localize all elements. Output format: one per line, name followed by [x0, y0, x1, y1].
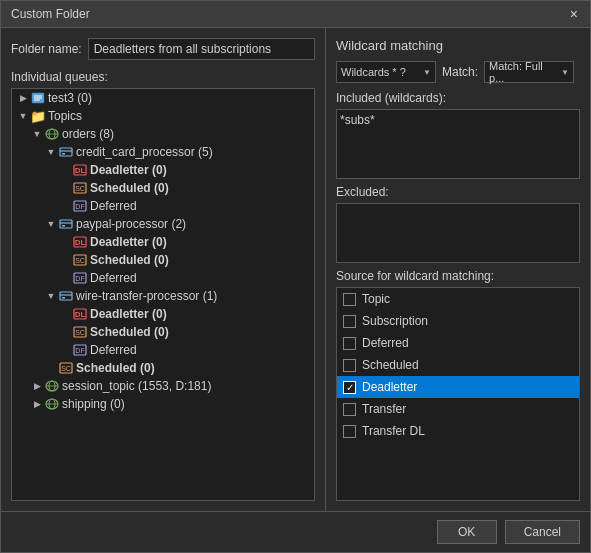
source-item-transfer[interactable]: Transfer	[337, 398, 579, 420]
tree-item-cc-deadletter[interactable]: ▶ DL Deadletter (0)	[12, 161, 314, 179]
expand-icon-orders[interactable]: ▼	[30, 127, 44, 141]
tree-label-pp-deferred: Deferred	[90, 271, 137, 285]
source-area: Source for wildcard matching: Topic Subs…	[336, 263, 580, 501]
individual-queues-label: Individual queues:	[11, 70, 315, 84]
checkbox-deadletter[interactable]: ✓	[343, 381, 356, 394]
tree-container[interactable]: ▶ test3 (0) ▼ 📁 Topics ▼	[11, 88, 315, 501]
topic-icon-session	[44, 378, 60, 394]
svg-text:SC: SC	[75, 329, 85, 336]
tree-label-wt-scheduled: Scheduled (0)	[90, 325, 169, 339]
expand-icon-session-topic[interactable]: ▶	[30, 379, 44, 393]
source-list-container: Topic Subscription Deferred	[336, 287, 580, 501]
checkbox-topic[interactable]	[343, 293, 356, 306]
expand-icon-topics[interactable]: ▼	[16, 109, 30, 123]
tree-item-topics[interactable]: ▼ 📁 Topics	[12, 107, 314, 125]
custom-folder-dialog: Custom Folder × Folder name: Individual …	[0, 0, 591, 553]
source-label-transfer: Transfer	[362, 402, 406, 416]
svg-rect-9	[62, 153, 65, 155]
checkbox-transfer-dl[interactable]	[343, 425, 356, 438]
folder-name-input[interactable]	[88, 38, 315, 60]
cancel-button[interactable]: Cancel	[505, 520, 580, 544]
source-label-subscription: Subscription	[362, 314, 428, 328]
checkbox-subscription[interactable]	[343, 315, 356, 328]
tree-item-pp-scheduled[interactable]: ▶ SC Scheduled (0)	[12, 251, 314, 269]
source-item-deadletter[interactable]: ✓ Deadletter	[337, 376, 579, 398]
tree-item-pp-deadletter[interactable]: ▶ DL Deadletter (0)	[12, 233, 314, 251]
tree-item-paypal[interactable]: ▼ paypal-processor (2)	[12, 215, 314, 233]
tree-item-orders-scheduled[interactable]: ▶ SC Scheduled (0)	[12, 359, 314, 377]
svg-text:DF: DF	[75, 347, 84, 354]
tree-item-shipping[interactable]: ▶ shipping (0)	[12, 395, 314, 413]
svg-rect-16	[60, 220, 72, 228]
expand-icon-wire-transfer[interactable]: ▼	[44, 289, 58, 303]
svg-text:DL: DL	[75, 310, 86, 319]
match-dropdown[interactable]: Match: Full p... ▼	[484, 61, 574, 83]
source-label-topic: Topic	[362, 292, 390, 306]
expand-icon-shipping[interactable]: ▶	[30, 397, 44, 411]
expand-icon-paypal[interactable]: ▼	[44, 217, 58, 231]
tree-item-cc-deferred[interactable]: ▶ DF Deferred	[12, 197, 314, 215]
sub-icon-credit-card	[58, 144, 74, 160]
close-button[interactable]: ×	[568, 7, 580, 21]
svg-rect-25	[60, 292, 72, 300]
tree-item-pp-deferred[interactable]: ▶ DF Deferred	[12, 269, 314, 287]
tree-item-credit-card[interactable]: ▼ credit_card_processor (5)	[12, 143, 314, 161]
tree-label-cc-scheduled: Scheduled (0)	[90, 181, 169, 195]
scheduled-icon-pp: SC	[72, 252, 88, 268]
tree-item-session-topic[interactable]: ▶ session_topic (1553, D:181)	[12, 377, 314, 395]
svg-text:DL: DL	[75, 166, 86, 175]
tree-item-wt-deferred[interactable]: ▶ DF Deferred	[12, 341, 314, 359]
dialog-body: Folder name: Individual queues: ▶ test3 …	[1, 28, 590, 511]
wildcard-row: Wildcards * ? ▼ Match: Match: Full p... …	[336, 61, 580, 83]
tree-label-cc-deadletter: Deadletter (0)	[90, 163, 167, 177]
source-item-topic[interactable]: Topic	[337, 288, 579, 310]
match-dropdown-arrow: ▼	[561, 68, 569, 77]
wildcards-dropdown[interactable]: Wildcards * ? ▼	[336, 61, 436, 83]
tree-label-wt-deferred: Deferred	[90, 343, 137, 357]
included-label: Included (wildcards):	[336, 91, 580, 105]
tree-label-orders: orders (8)	[62, 127, 114, 141]
wildcard-section-title: Wildcard matching	[336, 38, 580, 53]
excluded-label: Excluded:	[336, 185, 580, 199]
topic-icon-shipping	[44, 396, 60, 412]
svg-text:DF: DF	[75, 203, 84, 210]
source-item-subscription[interactable]: Subscription	[337, 310, 579, 332]
tree-item-test3[interactable]: ▶ test3 (0)	[12, 89, 314, 107]
excluded-textarea[interactable]	[336, 203, 580, 263]
right-panel: Wildcard matching Wildcards * ? ▼ Match:…	[326, 28, 590, 511]
tree-item-wt-scheduled[interactable]: ▶ SC Scheduled (0)	[12, 323, 314, 341]
tree-item-cc-scheduled[interactable]: ▶ SC Scheduled (0)	[12, 179, 314, 197]
expand-icon-credit-card[interactable]: ▼	[44, 145, 58, 159]
dialog-title: Custom Folder	[11, 7, 90, 21]
source-item-deferred[interactable]: Deferred	[337, 332, 579, 354]
sub-icon-wire-transfer	[58, 288, 74, 304]
deferred-icon-pp: DF	[72, 270, 88, 286]
folder-icon: 📁	[30, 108, 46, 124]
topic-icon-orders	[44, 126, 60, 142]
tree-label-wt-deadletter: Deadletter (0)	[90, 307, 167, 321]
left-panel: Folder name: Individual queues: ▶ test3 …	[1, 28, 326, 511]
title-bar: Custom Folder ×	[1, 1, 590, 28]
source-label-deadletter: Deadletter	[362, 380, 417, 394]
tree-item-orders[interactable]: ▼ orders (8)	[12, 125, 314, 143]
match-dropdown-label: Match: Full p...	[489, 60, 557, 84]
ok-button[interactable]: OK	[437, 520, 497, 544]
scheduled-icon-cc: SC	[72, 180, 88, 196]
source-item-scheduled[interactable]: Scheduled	[337, 354, 579, 376]
source-list[interactable]: Topic Subscription Deferred	[336, 287, 580, 501]
deferred-icon-cc: DF	[72, 198, 88, 214]
tree-item-wire-transfer[interactable]: ▼ wire-transfer-processor (1)	[12, 287, 314, 305]
checkbox-deferred[interactable]	[343, 337, 356, 350]
checkbox-transfer[interactable]	[343, 403, 356, 416]
included-textarea[interactable]: *subs*	[336, 109, 580, 179]
svg-text:SC: SC	[75, 257, 85, 264]
tree-item-wt-deadletter[interactable]: ▶ DL Deadletter (0)	[12, 305, 314, 323]
source-item-transfer-dl[interactable]: Transfer DL	[337, 420, 579, 442]
source-label: Source for wildcard matching:	[336, 269, 580, 283]
queue-icon	[30, 90, 46, 106]
expand-icon-test3[interactable]: ▶	[16, 91, 30, 105]
checkbox-scheduled[interactable]	[343, 359, 356, 372]
match-label: Match:	[442, 65, 478, 79]
tree-label-pp-deadletter: Deadletter (0)	[90, 235, 167, 249]
sub-icon-paypal	[58, 216, 74, 232]
